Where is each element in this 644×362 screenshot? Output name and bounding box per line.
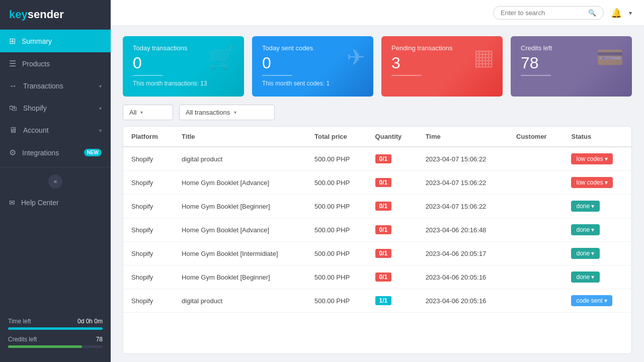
cards-area: Today transactions 0 This month transact…: [111, 26, 644, 105]
platform-filter-caret: ▾: [140, 110, 143, 115]
transactions-icon: ↔: [9, 81, 17, 90]
nav-chevron-icon: ▾: [99, 106, 102, 111]
qty-badge: 0/1: [375, 154, 392, 163]
platform-filter[interactable]: All ▾: [123, 105, 173, 120]
time-left-label: Time left: [8, 318, 31, 325]
cell-customer: [508, 242, 563, 265]
card-icon: 🛒: [208, 44, 236, 70]
cell-status[interactable]: done ▾: [563, 265, 631, 289]
credits-left-progress-bg: [8, 345, 103, 348]
sidebar-item-account[interactable]: 🖥 Account ▾: [0, 119, 111, 141]
col-title: Title: [174, 127, 306, 147]
table-row: Shopify digital product 500.00 PHP 1/1 2…: [123, 289, 631, 313]
search-input[interactable]: [501, 9, 584, 17]
sidebar-item-integrations[interactable]: ⚙ Integrations NEW: [0, 141, 111, 164]
cell-title: Home Gym Booklet [Beginner]: [174, 265, 306, 289]
search-icon: 🔍: [588, 9, 596, 17]
col-customer: Customer: [508, 127, 563, 147]
cell-status[interactable]: low codes ▾: [563, 171, 631, 195]
card-today-transactions: Today transactions 0 This month transact…: [123, 36, 244, 97]
products-icon: ☰: [9, 59, 16, 68]
credits-left-row: Credits left 78: [8, 336, 103, 343]
cell-title: Home Gym Booklet [Advance]: [174, 218, 306, 242]
cell-qty: 0/1: [367, 265, 418, 289]
time-left-progress-fill: [8, 327, 103, 330]
cell-time: 2023-04-07 15:06:22: [418, 147, 508, 171]
card-divider: [133, 75, 163, 76]
help-label: Help Center: [21, 199, 59, 207]
cell-status[interactable]: low codes ▾: [563, 147, 631, 171]
cell-price: 500.00 PHP: [306, 242, 367, 265]
cell-customer: [508, 195, 563, 218]
card-sub: This month sent codes: 1: [262, 80, 363, 87]
col-time: Time: [418, 127, 508, 147]
card-icon: ▦: [473, 44, 495, 70]
cell-title: Home Gym Booklet [Beginner]: [174, 195, 306, 218]
cell-time: 2023-04-06 20:05:17: [418, 242, 508, 265]
cell-status[interactable]: done ▾: [563, 195, 631, 218]
sidebar-item-label: Transactions: [23, 82, 93, 90]
search-bar[interactable]: 🔍: [493, 6, 604, 20]
time-left-value: 0d 0h 0m: [77, 318, 103, 325]
table-row: Shopify digital product 500.00 PHP 0/1 2…: [123, 147, 631, 171]
status-badge[interactable]: done ▾: [571, 248, 599, 259]
integrations-icon: ⚙: [9, 148, 16, 157]
sidebar-collapse-button[interactable]: «: [48, 174, 62, 189]
help-center-link[interactable]: ✉ Help Center: [0, 193, 111, 213]
cell-status[interactable]: code sent ▾: [563, 289, 631, 313]
sidebar-item-summary[interactable]: ⊞ Summary: [0, 30, 111, 52]
cell-price: 500.00 PHP: [306, 195, 367, 218]
status-badge[interactable]: low codes ▾: [571, 153, 613, 164]
notification-bell-icon[interactable]: 🔔: [611, 8, 622, 19]
cell-status[interactable]: done ▾: [563, 218, 631, 242]
cell-price: 500.00 PHP: [306, 147, 367, 171]
col-status: Status: [563, 127, 631, 147]
qty-badge: 0/1: [375, 273, 392, 282]
cell-platform: Shopify: [123, 171, 174, 195]
credits-left-value: 78: [96, 336, 103, 343]
transaction-filter-caret: ▾: [234, 110, 236, 115]
sidebar-item-products[interactable]: ☰ Products: [0, 52, 111, 75]
card-credits-left: Credits left 78 💳: [511, 36, 632, 97]
card-divider: [391, 75, 422, 76]
card-divider: [262, 75, 292, 76]
cell-qty: 0/1: [367, 195, 418, 218]
sidebar-item-transactions[interactable]: ↔ Transactions ▾: [0, 75, 111, 97]
help-icon: ✉: [9, 199, 15, 207]
qty-badge: 0/1: [375, 178, 392, 187]
table-row: Shopify Home Gym Booklet [Beginner] 500.…: [123, 265, 631, 289]
status-badge[interactable]: done ▾: [571, 201, 599, 212]
col-quantity: Quantity: [367, 127, 418, 147]
table-row: Shopify Home Gym Booklet [Intermidiate] …: [123, 242, 631, 265]
user-menu-caret-icon[interactable]: ▾: [629, 10, 632, 17]
status-badge[interactable]: done ▾: [571, 272, 599, 283]
status-badge[interactable]: code sent ▾: [571, 295, 612, 306]
cell-title: digital product: [174, 289, 306, 313]
cell-platform: Shopify: [123, 242, 174, 265]
transaction-filter[interactable]: All transactions ▾: [179, 105, 275, 120]
nav-chevron-icon: ▾: [99, 128, 102, 133]
cell-customer: [508, 218, 563, 242]
sidebar-item-shopify[interactable]: 🛍 Shopify ▾: [0, 97, 111, 119]
nav-chevron-icon: ▾: [99, 83, 102, 89]
cell-title: Home Gym Booklet [Intermidiate]: [174, 242, 306, 265]
table-row: Shopify Home Gym Booklet [Beginner] 500.…: [123, 195, 631, 218]
cell-price: 500.00 PHP: [306, 218, 367, 242]
cell-status[interactable]: done ▾: [563, 242, 631, 265]
cell-title: Home Gym Booklet [Advance]: [174, 171, 306, 195]
logo: keysender: [0, 0, 111, 30]
cell-price: 500.00 PHP: [306, 289, 367, 313]
card-sub: This month transactions: 13: [133, 80, 234, 87]
card-today-sent-codes: Today sent codes 0 This month sent codes…: [252, 36, 373, 97]
cell-price: 500.00 PHP: [306, 171, 367, 195]
table-row: Shopify Home Gym Booklet [Advance] 500.0…: [123, 171, 631, 195]
sidebar: keysender ⊞ Summary ☰ Products ↔ Transac…: [0, 0, 111, 362]
card-divider: [521, 75, 551, 76]
cell-time: 2023-04-07 15:06:22: [418, 171, 508, 195]
cell-qty: 1/1: [367, 289, 418, 313]
table-row: Shopify Home Gym Booklet [Advance] 500.0…: [123, 218, 631, 242]
cell-price: 500.00 PHP: [306, 265, 367, 289]
status-badge[interactable]: low codes ▾: [571, 177, 613, 188]
card-icon: ✈: [347, 44, 365, 70]
status-badge[interactable]: done ▾: [571, 224, 599, 235]
